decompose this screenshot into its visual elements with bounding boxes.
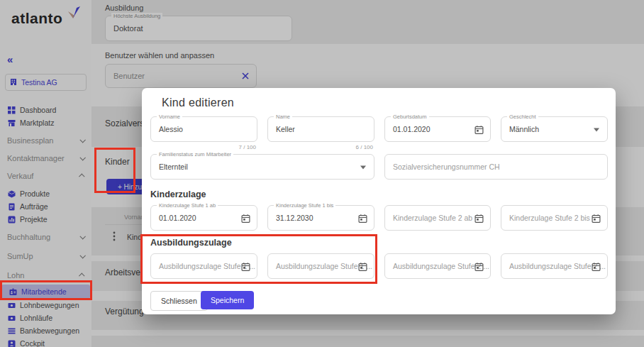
calendar-icon[interactable] bbox=[358, 214, 367, 223]
calendar-icon[interactable] bbox=[592, 214, 601, 223]
kinderzulage-stufe2-bis-field[interactable]: Kinderzulage Stufe 2 bis bbox=[501, 205, 608, 231]
kinderzulage-stufe1-bis-field[interactable]: Kinderzulage Stufe 1 bis 31.12.2030 bbox=[267, 205, 374, 231]
vorname-counter: 7 / 100 bbox=[150, 144, 256, 150]
modal-title: Kind editieren bbox=[162, 97, 234, 109]
geschlecht-select[interactable]: Geschlecht Männlich bbox=[501, 116, 608, 142]
geburtsdatum-field[interactable]: Geburtsdatum 01.01.2020 bbox=[384, 116, 491, 142]
name-field[interactable]: Name Keller bbox=[267, 116, 374, 142]
kinderzulage-stufe2-ab-field[interactable]: Kinderzulage Stufe 2 ab bbox=[384, 205, 491, 231]
dropdown-caret-icon bbox=[594, 128, 599, 132]
close-button[interactable]: Schliessen bbox=[150, 291, 208, 311]
ausbildungszulage-stufe2-bis-field[interactable]: Ausbildungszulage Stufe 2 ... bbox=[501, 253, 608, 279]
sozialversicherungsnummer-field[interactable]: Sozialversicherungsnummer CH bbox=[384, 154, 608, 180]
calendar-icon[interactable] bbox=[474, 214, 484, 223]
annotation-box-kinder bbox=[94, 148, 135, 193]
calendar-icon[interactable] bbox=[474, 262, 484, 271]
kinderzulage-heading: Kinderzulage bbox=[150, 189, 206, 199]
save-button[interactable]: Speichern bbox=[201, 291, 254, 309]
name-counter: 6 / 100 bbox=[267, 144, 373, 150]
vorname-field[interactable]: Vorname Alessio bbox=[150, 116, 257, 142]
app-window: atlanto « Testina AG Dashboard Marktplat… bbox=[0, 0, 644, 347]
calendar-icon[interactable] bbox=[474, 125, 484, 134]
annotation-box-mitarbeitende bbox=[0, 280, 92, 300]
annotation-box-ausbildungszulage bbox=[140, 234, 377, 284]
ausbildungszulage-stufe2-ab-field[interactable]: Ausbildungszulage Stufe 2 ... bbox=[384, 253, 491, 279]
dropdown-caret-icon bbox=[360, 166, 366, 170]
calendar-icon[interactable] bbox=[241, 214, 250, 223]
familienstatus-select[interactable]: Familienstatus zum Mitarbeiter Elterntei… bbox=[150, 154, 374, 180]
kinderzulage-stufe1-ab-field[interactable]: Kinderzulage Stufe 1 ab 01.01.2020 bbox=[150, 205, 257, 231]
calendar-icon[interactable] bbox=[592, 262, 601, 271]
